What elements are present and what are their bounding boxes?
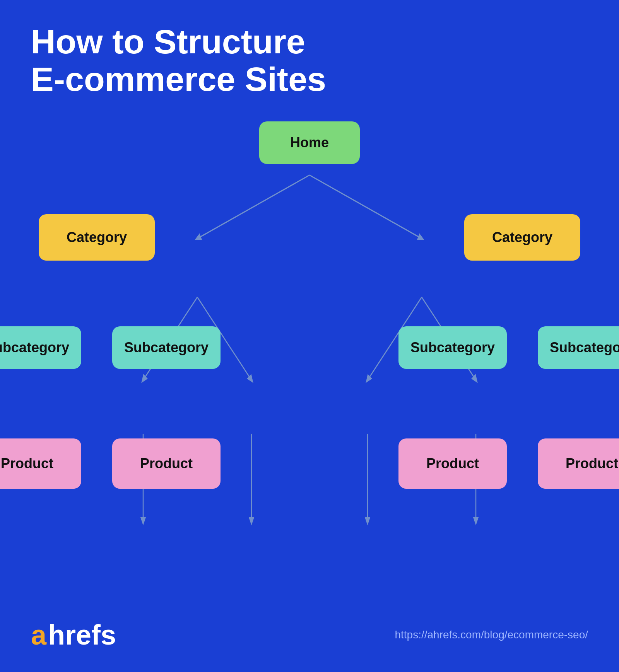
logo-text: hrefs [48, 621, 116, 649]
logo-a: a [31, 621, 46, 649]
page-title: How to Structure E-commerce Sites [31, 23, 588, 98]
node-product-1: Product [0, 438, 81, 489]
node-subcategory-3: Subcategory [398, 326, 507, 369]
node-product-2: Product [112, 438, 221, 489]
node-home: Home [259, 121, 360, 164]
node-product-3: Product [398, 438, 507, 489]
node-category-right: Category [464, 214, 580, 261]
footer-url: https://ahrefs.com/blog/ecommerce-seo/ [395, 629, 588, 641]
node-category-left: Category [39, 214, 155, 261]
node-subcategory-1: Subcategory [0, 326, 81, 369]
svg-line-1 [310, 175, 422, 238]
diagram-area: Home Category Category Subcategory Subca… [31, 121, 588, 609]
footer: a hrefs https://ahrefs.com/blog/ecommerc… [31, 609, 588, 649]
page-container: How to Structure E-commerce Sites [0, 0, 619, 672]
ahrefs-logo: a hrefs [31, 621, 116, 649]
node-subcategory-4: Subcategory [538, 326, 619, 369]
node-subcategory-2: Subcategory [112, 326, 221, 369]
node-product-4: Product [538, 438, 619, 489]
svg-line-0 [197, 175, 310, 238]
